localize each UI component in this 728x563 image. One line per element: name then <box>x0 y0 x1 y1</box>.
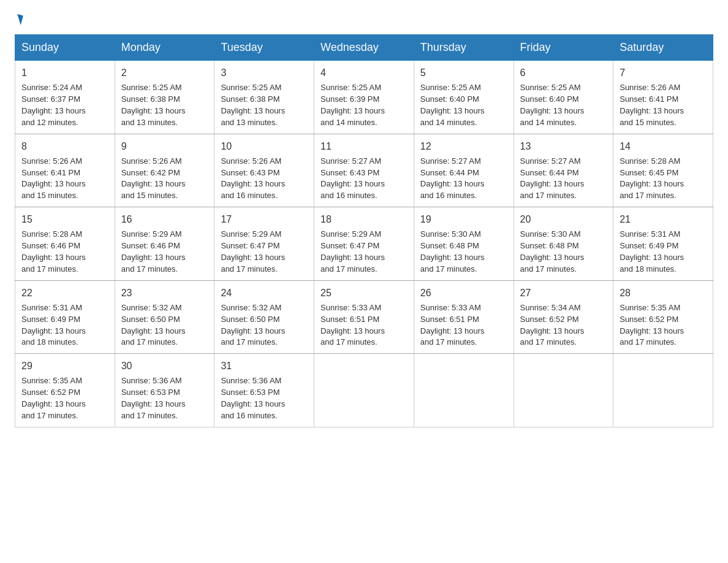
logo-triangle-icon <box>15 14 23 25</box>
day-number: 17 <box>221 212 308 226</box>
day-info: Sunrise: 5:35 AMSunset: 6:52 PMDaylight:… <box>620 303 684 347</box>
day-number: 6 <box>520 66 607 80</box>
day-number: 9 <box>121 139 208 153</box>
calendar-cell: 25Sunrise: 5:33 AMSunset: 6:51 PMDayligh… <box>314 280 414 354</box>
day-number: 2 <box>121 66 208 80</box>
calendar-table: SundayMondayTuesdayWednesdayThursdayFrid… <box>15 34 713 427</box>
day-number: 5 <box>420 66 507 80</box>
calendar-cell: 1Sunrise: 5:24 AMSunset: 6:37 PMDaylight… <box>15 61 115 134</box>
calendar-week-row: 22Sunrise: 5:31 AMSunset: 6:49 PMDayligh… <box>15 280 713 354</box>
day-number: 30 <box>121 359 208 373</box>
calendar-cell: 10Sunrise: 5:26 AMSunset: 6:43 PMDayligh… <box>214 134 314 207</box>
day-number: 10 <box>221 139 308 153</box>
weekday-header-friday: Friday <box>514 35 613 61</box>
calendar-cell: 18Sunrise: 5:29 AMSunset: 6:47 PMDayligh… <box>314 207 414 281</box>
day-number: 22 <box>21 286 108 300</box>
day-info: Sunrise: 5:25 AMSunset: 6:39 PMDaylight:… <box>320 83 385 127</box>
day-info: Sunrise: 5:29 AMSunset: 6:46 PMDaylight:… <box>121 229 186 274</box>
page-header <box>15 15 713 25</box>
calendar-cell: 24Sunrise: 5:32 AMSunset: 6:50 PMDayligh… <box>214 280 314 354</box>
calendar-week-row: 29Sunrise: 5:35 AMSunset: 6:52 PMDayligh… <box>15 354 713 427</box>
calendar-cell: 27Sunrise: 5:34 AMSunset: 6:52 PMDayligh… <box>514 280 613 354</box>
day-info: Sunrise: 5:36 AMSunset: 6:53 PMDaylight:… <box>121 376 186 420</box>
day-info: Sunrise: 5:27 AMSunset: 6:44 PMDaylight:… <box>420 156 485 201</box>
calendar-cell <box>314 354 414 427</box>
day-number: 15 <box>21 212 108 226</box>
calendar-cell: 15Sunrise: 5:28 AMSunset: 6:46 PMDayligh… <box>15 207 115 281</box>
day-number: 31 <box>221 359 308 373</box>
day-info: Sunrise: 5:28 AMSunset: 6:45 PMDaylight:… <box>620 156 684 201</box>
day-info: Sunrise: 5:25 AMSunset: 6:40 PMDaylight:… <box>420 83 485 127</box>
calendar-cell: 23Sunrise: 5:32 AMSunset: 6:50 PMDayligh… <box>115 280 214 354</box>
calendar-cell: 28Sunrise: 5:35 AMSunset: 6:52 PMDayligh… <box>613 280 713 354</box>
day-number: 18 <box>320 212 408 226</box>
calendar-cell: 9Sunrise: 5:26 AMSunset: 6:42 PMDaylight… <box>115 134 214 207</box>
calendar-cell: 26Sunrise: 5:33 AMSunset: 6:51 PMDayligh… <box>414 280 514 354</box>
day-info: Sunrise: 5:32 AMSunset: 6:50 PMDaylight:… <box>221 303 285 347</box>
calendar-week-row: 15Sunrise: 5:28 AMSunset: 6:46 PMDayligh… <box>15 207 713 281</box>
day-number: 12 <box>420 139 507 153</box>
calendar-cell: 13Sunrise: 5:27 AMSunset: 6:44 PMDayligh… <box>514 134 613 207</box>
day-info: Sunrise: 5:29 AMSunset: 6:47 PMDaylight:… <box>221 229 285 274</box>
calendar-cell: 12Sunrise: 5:27 AMSunset: 6:44 PMDayligh… <box>414 134 514 207</box>
day-number: 8 <box>21 139 108 153</box>
day-info: Sunrise: 5:35 AMSunset: 6:52 PMDaylight:… <box>21 376 86 420</box>
weekday-header-monday: Monday <box>115 35 214 61</box>
day-info: Sunrise: 5:27 AMSunset: 6:44 PMDaylight:… <box>520 156 585 201</box>
day-info: Sunrise: 5:26 AMSunset: 6:41 PMDaylight:… <box>21 156 86 201</box>
day-info: Sunrise: 5:26 AMSunset: 6:42 PMDaylight:… <box>121 156 186 201</box>
day-number: 26 <box>420 286 507 300</box>
day-number: 19 <box>420 212 507 226</box>
day-info: Sunrise: 5:32 AMSunset: 6:50 PMDaylight:… <box>121 303 186 347</box>
day-number: 13 <box>520 139 607 153</box>
day-info: Sunrise: 5:25 AMSunset: 6:40 PMDaylight:… <box>520 83 585 127</box>
day-info: Sunrise: 5:25 AMSunset: 6:38 PMDaylight:… <box>221 83 285 127</box>
day-info: Sunrise: 5:36 AMSunset: 6:53 PMDaylight:… <box>221 376 285 420</box>
weekday-header-thursday: Thursday <box>414 35 514 61</box>
calendar-cell: 7Sunrise: 5:26 AMSunset: 6:41 PMDaylight… <box>613 61 713 134</box>
calendar-cell: 30Sunrise: 5:36 AMSunset: 6:53 PMDayligh… <box>115 354 214 427</box>
day-info: Sunrise: 5:31 AMSunset: 6:49 PMDaylight:… <box>620 229 684 274</box>
calendar-cell: 3Sunrise: 5:25 AMSunset: 6:38 PMDaylight… <box>214 61 314 134</box>
calendar-week-row: 1Sunrise: 5:24 AMSunset: 6:37 PMDaylight… <box>15 61 713 134</box>
calendar-cell: 11Sunrise: 5:27 AMSunset: 6:43 PMDayligh… <box>314 134 414 207</box>
calendar-cell: 4Sunrise: 5:25 AMSunset: 6:39 PMDaylight… <box>314 61 414 134</box>
calendar-cell: 20Sunrise: 5:30 AMSunset: 6:48 PMDayligh… <box>514 207 613 281</box>
day-info: Sunrise: 5:27 AMSunset: 6:43 PMDaylight:… <box>320 156 385 201</box>
calendar-cell: 2Sunrise: 5:25 AMSunset: 6:38 PMDaylight… <box>115 61 214 134</box>
day-number: 25 <box>320 286 408 300</box>
day-info: Sunrise: 5:31 AMSunset: 6:49 PMDaylight:… <box>21 303 86 347</box>
logo-area <box>15 15 23 25</box>
calendar-cell <box>414 354 514 427</box>
day-info: Sunrise: 5:34 AMSunset: 6:52 PMDaylight:… <box>520 303 585 347</box>
weekday-header-saturday: Saturday <box>613 35 713 61</box>
day-number: 14 <box>620 139 707 153</box>
day-info: Sunrise: 5:29 AMSunset: 6:47 PMDaylight:… <box>320 229 385 274</box>
day-number: 28 <box>620 286 707 300</box>
day-number: 16 <box>121 212 208 226</box>
day-number: 29 <box>21 359 108 373</box>
calendar-cell: 6Sunrise: 5:25 AMSunset: 6:40 PMDaylight… <box>514 61 613 134</box>
calendar-cell <box>613 354 713 427</box>
day-number: 27 <box>520 286 607 300</box>
calendar-cell: 21Sunrise: 5:31 AMSunset: 6:49 PMDayligh… <box>613 207 713 281</box>
calendar-cell: 19Sunrise: 5:30 AMSunset: 6:48 PMDayligh… <box>414 207 514 281</box>
day-info: Sunrise: 5:30 AMSunset: 6:48 PMDaylight:… <box>420 229 485 274</box>
day-number: 3 <box>221 66 308 80</box>
calendar-cell: 16Sunrise: 5:29 AMSunset: 6:46 PMDayligh… <box>115 207 214 281</box>
day-info: Sunrise: 5:25 AMSunset: 6:38 PMDaylight:… <box>121 83 186 127</box>
day-info: Sunrise: 5:24 AMSunset: 6:37 PMDaylight:… <box>21 83 86 127</box>
day-number: 11 <box>320 139 408 153</box>
day-number: 7 <box>620 66 707 80</box>
day-number: 4 <box>320 66 408 80</box>
calendar-week-row: 8Sunrise: 5:26 AMSunset: 6:41 PMDaylight… <box>15 134 713 207</box>
day-number: 24 <box>221 286 308 300</box>
day-info: Sunrise: 5:28 AMSunset: 6:46 PMDaylight:… <box>21 229 86 274</box>
day-number: 21 <box>620 212 707 226</box>
calendar-cell: 17Sunrise: 5:29 AMSunset: 6:47 PMDayligh… <box>214 207 314 281</box>
logo <box>15 15 23 25</box>
weekday-header-row: SundayMondayTuesdayWednesdayThursdayFrid… <box>15 35 713 61</box>
calendar-cell: 22Sunrise: 5:31 AMSunset: 6:49 PMDayligh… <box>15 280 115 354</box>
day-number: 1 <box>21 66 108 80</box>
day-info: Sunrise: 5:30 AMSunset: 6:48 PMDaylight:… <box>520 229 585 274</box>
